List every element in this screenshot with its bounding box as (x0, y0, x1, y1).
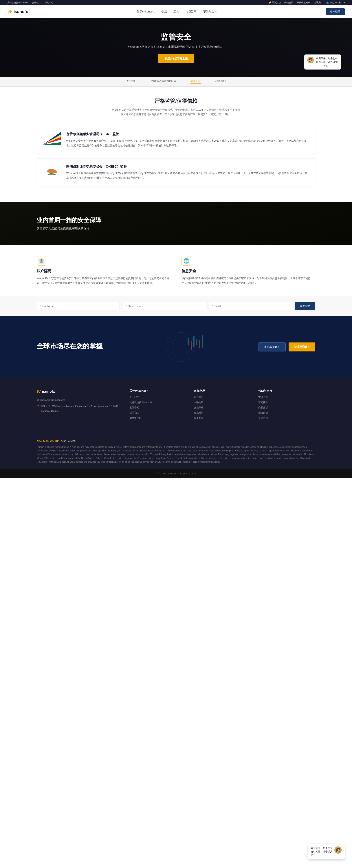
breadcrumb-contact[interactable]: 联系我们 (216, 80, 226, 84)
cysec-flag (43, 164, 61, 177)
footer-logo-w: W (37, 389, 40, 394)
copyright-text: © 2023 WisunoFX Ltd | All rights reserve… (156, 472, 196, 475)
global-buttons: 注册真实账户 尝试模拟账户 (258, 342, 315, 351)
footer-link-cfd[interactable]: 金融合约 (194, 401, 203, 404)
phone-input[interactable] (123, 302, 206, 310)
fsa-card: 塞舌尔金融服务管理局（FSA）监管 WisunoFX受塞舌尔金融服务管理局（FS… (37, 126, 315, 154)
hero-section: 监管安全 WisunoFX严守资金安全准则，多重防护为您的资金提供更深层次的保障… (0, 18, 352, 77)
topbar-help[interactable]: 帮助中心 (44, 1, 53, 4)
breadcrumb-why[interactable]: 为什么选择WisunoFX (151, 80, 176, 84)
footer-link-why[interactable]: 为什么选择WisunoFX (130, 401, 153, 404)
footer-col-support: 帮助与支持 市场公告 新闻快讯 交易分析 经济日历 常见问题 (258, 389, 315, 421)
top-bar-left: 为什么选择WisunoFX 合作伙伴 帮助中心 (7, 1, 53, 4)
nav-market[interactable]: 市场活动 (186, 8, 196, 15)
topbar-contact[interactable]: 联系我们 (314, 1, 322, 4)
footer-link-contact[interactable]: 联系我们 (130, 411, 139, 414)
nav-about[interactable]: 关于WisunoFX (136, 8, 155, 15)
svg-rect-19 (196, 339, 197, 345)
risk-section: RISK DISCLOSURE DISCLAIMER Foreign excha… (0, 434, 352, 469)
footer-link-calendar[interactable]: 经济日历 (258, 411, 268, 414)
footer-link-regulation[interactable]: 监管合规 (130, 406, 139, 409)
feature-info-text: 我们的网站与CRM系统由最高级别的安全协议提供加密技术支持，配合集团内控信息保密… (182, 276, 315, 285)
logo[interactable]: W isunofx (7, 9, 28, 15)
topbar-lang[interactable]: 🌐 中文（中国） ▾ (326, 1, 345, 4)
footer-address-item: 📍 Office No.015 3 Archiepiskopou Kyprian… (37, 404, 122, 413)
hero-subtitle: WisunoFX严守资金安全准则，多重防护为您的资金提供更深层次的保障。 (128, 45, 224, 49)
topbar-activity[interactable]: ⚡ 最新活动 (268, 1, 281, 4)
footer-link-overnight[interactable]: 隔夜利息 (194, 416, 203, 419)
global-text: 全球市场尽在您的掌握 (37, 342, 103, 352)
footer-link-about-us[interactable]: 关于我们 (130, 396, 139, 399)
footer-link-analysis[interactable]: 交易分析 (258, 406, 268, 409)
feature-account-text: WisunoFX严守监管方的资金安全准则，所有客户的资金均独立存放于监管银行的托… (37, 276, 170, 285)
hero-title: 监管安全 (161, 32, 191, 42)
nav-support[interactable]: 帮助与支持 (203, 8, 217, 15)
topbar-partner[interactable]: 合作伙伴 (32, 1, 41, 4)
footer-logo-text: isunofx (42, 390, 55, 394)
topbar-demo[interactable]: 开设模拟账户 (297, 1, 310, 4)
svg-rect-16 (188, 338, 189, 345)
security-title2: 多重防护为您的资金提供更深层次的保障 (37, 226, 315, 230)
feature-info-security: 🌐 信息安全 我们的网站与CRM系统由最高级别的安全协议提供加密技术支持，配合集… (182, 256, 315, 285)
cysec-text: WisunoFX受塞浦路斯证券交易委员会（CySEC）的授权与监管。CySEC是… (66, 171, 309, 180)
breadcrumb-nav: 关于我们 为什么选择WisunoFX 监管安全 联系我们 (0, 77, 352, 86)
regulation-title: 严格监管/值得信赖 (37, 98, 315, 104)
breadcrumb-regulation[interactable]: 监管安全 (190, 80, 201, 84)
contact-form-section: 需要帮助 (0, 297, 352, 316)
cysec-title: 塞浦路斯证券交易委员会（CySEC）监管 (66, 164, 309, 169)
top-bar-right: ⚡ 最新活动 开始交易 开设模拟账户 联系我们 🌐 中文（中国） ▾ (268, 1, 345, 4)
chat-avatar: 👩 (307, 57, 314, 63)
disclaimer-label: DISCLAIMER (61, 440, 76, 443)
cysec-card: 塞浦路斯证券交易委员会（CySEC）监管 WisunoFX受塞浦路斯证券交易委员… (37, 158, 315, 186)
breadcrumb-bar: 关于我们 为什么选择WisunoFX 监管安全 联系我们 (0, 77, 352, 87)
footer-col-market: 市场交易 账户类型 金融合约 交易策略 交易时间 隔夜利息 (194, 389, 251, 421)
footer-email: support@wisunofx.com (40, 398, 65, 402)
footer-email-item: ✉ support@wisunofx.com (37, 398, 122, 402)
breadcrumb-about[interactable]: 关于我们 (126, 80, 136, 84)
try-demo-button[interactable]: 尝试模拟账户 (289, 342, 315, 351)
footer-link-news[interactable]: 新闻快讯 (258, 401, 268, 404)
contact-submit-button[interactable]: 需要帮助 (295, 302, 315, 310)
email-icon: ✉ (37, 398, 39, 402)
chat-text: 欢迎回来，如果您有任何问题，请告诉我们。 (315, 57, 338, 67)
risk-text: Foreign exchange margin trading is high … (37, 445, 315, 464)
svg-rect-18 (193, 336, 194, 347)
footer: W isunofx ✉ support@wisunofx.com 📍 Offic… (0, 378, 352, 434)
footer-top: W isunofx ✉ support@wisunofx.com 📍 Offic… (37, 389, 315, 421)
svg-rect-20 (199, 340, 200, 348)
footer-link-account-type[interactable]: 账户类型 (194, 396, 203, 399)
footer-link-faq[interactable]: 常见问题 (258, 416, 268, 419)
footer-bottom: © 2023 WisunoFX Ltd | All rights reserve… (0, 469, 352, 478)
email-input[interactable] (209, 302, 292, 310)
risk-title: RISK DISCLOSURE DISCLAIMER (37, 440, 315, 443)
logo-w: W (7, 9, 12, 15)
fsa-text: WisunoFX受塞舌尔金融服务管理局（FSA）的授权与监管。FSA是塞舌尔非银… (66, 138, 309, 148)
security-banner: 业内首屈一指的安全保障 多重防护为您的资金提供更深层次的保障 (0, 202, 352, 245)
topbar-start[interactable]: 开始交易 (284, 1, 293, 4)
features-grid: 🏦 账户隔离 WisunoFX严守监管方的资金安全准则，所有客户的资金均独立存放… (37, 256, 315, 285)
footer-link-ib[interactable]: IB合作计划 (130, 416, 141, 419)
register-real-button[interactable]: 注册真实账户 (258, 342, 286, 351)
svg-rect-17 (191, 341, 192, 350)
regulation-subtitle: WisunoFX是一家受全球多国严格监管且信用评级领先的金融经纪商。在过去10年… (112, 107, 240, 117)
nav-trade[interactable]: 交易 (161, 8, 167, 15)
fsa-content: 塞舌尔金融服务管理局（FSA）监管 WisunoFX受塞舌尔金融服务管理局（FS… (66, 132, 309, 148)
cysec-content: 塞浦路斯证券交易委员会（CySEC）监管 WisunoFX受塞浦路斯证券交易委员… (66, 164, 309, 180)
your-name-input[interactable] (37, 302, 120, 310)
footer-link-hours[interactable]: 交易时间 (194, 411, 203, 414)
topbar-why[interactable]: 为什么选择WisunoFX (7, 1, 28, 4)
main-nav: 关于WisunoFX 交易 工具 市场活动 帮助与支持 (136, 8, 217, 15)
contact-form: 需要帮助 (37, 302, 315, 310)
login-button[interactable]: 客户登录 (326, 8, 345, 15)
feature-account-separation: 🏦 账户隔离 WisunoFX严守监管方的资金安全准则，所有客户的资金均独立存放… (37, 256, 170, 285)
nav-tools[interactable]: 工具 (173, 8, 179, 15)
global-title: 全球市场尽在您的掌握 (37, 342, 103, 351)
footer-logo: W isunofx (37, 389, 122, 394)
regulation-section: 严格监管/值得信赖 WisunoFX是一家受全球多国严格监管且信用评级领先的金融… (0, 87, 352, 202)
footer-col-support-title: 帮助与支持 (258, 389, 315, 393)
hero-cta-button[interactable]: 快速开始交易之旅 (158, 54, 194, 63)
risk-disclosure-label: RISK DISCLOSURE (37, 440, 59, 443)
footer-link-announcement[interactable]: 市场公告 (258, 396, 268, 399)
fsa-title: 塞舌尔金融服务管理局（FSA）监管 (66, 132, 309, 136)
footer-link-strategy[interactable]: 交易策略 (194, 406, 203, 409)
